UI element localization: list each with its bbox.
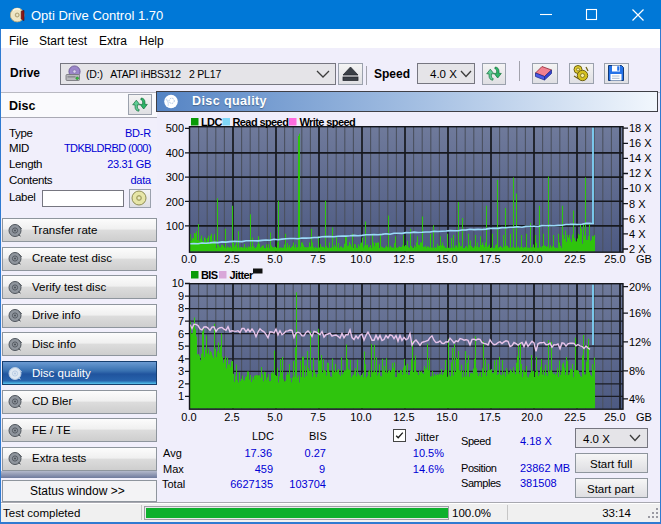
svg-text:5.0: 5.0 — [267, 411, 282, 423]
svg-text:7.5: 7.5 — [310, 253, 325, 265]
svg-text:25.0: 25.0 — [604, 253, 625, 265]
svg-text:5: 5 — [178, 340, 184, 352]
svg-text:10.0: 10.0 — [350, 411, 371, 423]
svg-text:5.0: 5.0 — [267, 253, 282, 265]
svg-text:GB: GB — [636, 411, 652, 423]
svg-text:2.5: 2.5 — [224, 253, 239, 265]
svg-text:Jitter: Jitter — [230, 269, 255, 281]
svg-text:500: 500 — [166, 122, 184, 134]
svg-text:Read speed: Read speed — [233, 116, 289, 128]
svg-text:15.0: 15.0 — [436, 411, 457, 423]
svg-text:25.0: 25.0 — [604, 411, 625, 423]
svg-text:12 X: 12 X — [629, 167, 652, 179]
svg-text:20.0: 20.0 — [521, 253, 542, 265]
svg-text:GB: GB — [636, 253, 652, 265]
svg-text:1: 1 — [178, 390, 184, 402]
svg-text:400: 400 — [166, 147, 184, 159]
svg-text:Write speed: Write speed — [300, 116, 356, 128]
svg-text:7.5: 7.5 — [310, 411, 325, 423]
svg-text:8 X: 8 X — [629, 198, 646, 210]
svg-text:22.5: 22.5 — [564, 253, 585, 265]
svg-text:10.0: 10.0 — [350, 253, 371, 265]
svg-text:10 X: 10 X — [629, 182, 652, 194]
svg-text:8%: 8% — [629, 365, 645, 377]
svg-text:17.5: 17.5 — [479, 253, 500, 265]
svg-text:12.5: 12.5 — [393, 411, 414, 423]
svg-text:LDC: LDC — [201, 116, 222, 128]
svg-text:8: 8 — [178, 302, 184, 314]
svg-text:16%: 16% — [629, 307, 651, 319]
svg-text:BIS: BIS — [201, 269, 218, 281]
svg-text:4 X: 4 X — [629, 228, 646, 240]
svg-text:12.5: 12.5 — [393, 253, 414, 265]
svg-text:0.0: 0.0 — [181, 253, 196, 265]
svg-text:6: 6 — [178, 328, 184, 340]
svg-text:200: 200 — [166, 196, 184, 208]
svg-text:9: 9 — [178, 290, 184, 302]
svg-text:7: 7 — [178, 315, 184, 327]
svg-text:18 X: 18 X — [629, 122, 652, 134]
svg-text:20%: 20% — [629, 281, 651, 293]
svg-text:3: 3 — [178, 365, 184, 377]
svg-text:6 X: 6 X — [629, 213, 646, 225]
svg-text:14 X: 14 X — [629, 152, 652, 164]
svg-text:10: 10 — [172, 277, 184, 289]
svg-text:4: 4 — [178, 353, 184, 365]
svg-text:300: 300 — [166, 171, 184, 183]
svg-text:15.0: 15.0 — [436, 253, 457, 265]
svg-text:22.5: 22.5 — [564, 411, 585, 423]
svg-text:12%: 12% — [629, 336, 651, 348]
svg-text:100: 100 — [166, 220, 184, 232]
svg-text:20.0: 20.0 — [521, 411, 542, 423]
svg-text:4%: 4% — [629, 393, 645, 405]
svg-text:16 X: 16 X — [629, 137, 652, 149]
svg-text:2: 2 — [178, 378, 184, 390]
svg-text:2.5: 2.5 — [224, 411, 239, 423]
svg-text:0.0: 0.0 — [181, 411, 196, 423]
svg-text:17.5: 17.5 — [479, 411, 500, 423]
